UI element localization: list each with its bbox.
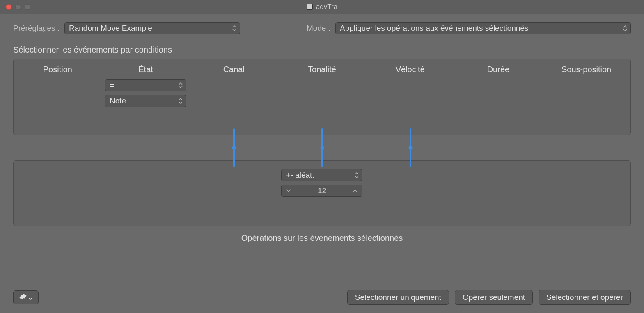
tonalite-operation-select[interactable]: +- aléat. xyxy=(281,169,362,181)
window-title: advTra xyxy=(316,3,337,11)
settings-menu-button[interactable] xyxy=(13,290,39,304)
column-header: État xyxy=(138,65,153,74)
window-zoom-button[interactable] xyxy=(25,4,30,10)
column-sousposition: Sous-position xyxy=(542,63,630,135)
mode-label: Mode : xyxy=(307,24,330,33)
gear-icon xyxy=(19,293,27,302)
etat-value-select[interactable]: Note xyxy=(105,95,186,107)
column-tonalite: Tonalité xyxy=(278,63,366,135)
connector-velocite[interactable] xyxy=(410,128,411,167)
chevron-up-icon[interactable] xyxy=(348,185,362,196)
window-titlebar: advTra xyxy=(0,0,644,14)
select-only-button[interactable]: Sélectionner uniquement xyxy=(347,290,449,305)
conditions-section-label: Sélectionner les événements par conditio… xyxy=(0,38,644,59)
column-canal: Canal xyxy=(190,63,278,135)
column-header: Durée xyxy=(487,65,509,74)
etat-operator-select[interactable]: = xyxy=(105,79,186,91)
mode-value: Appliquer les opérations aux événements … xyxy=(340,24,528,33)
conditions-panel: Position État = Note xyxy=(13,59,631,135)
operate-only-button[interactable]: Opérer seulement xyxy=(455,290,533,305)
select-and-operate-button[interactable]: Sélectionner et opérer xyxy=(539,290,631,305)
panel-connector-region xyxy=(13,135,631,160)
column-header: Vélocité xyxy=(396,65,425,74)
tonalite-value[interactable]: 12 xyxy=(296,186,348,195)
column-header: Sous-position xyxy=(561,65,611,74)
etat-value: Note xyxy=(110,96,126,105)
window-close-button[interactable] xyxy=(6,4,11,10)
column-etat: État = Note xyxy=(102,63,190,135)
column-position: Position xyxy=(14,63,102,135)
window-controls xyxy=(0,4,30,10)
column-duree: Durée xyxy=(454,63,543,135)
operation-tonalite: +- aléat. 12 xyxy=(278,169,366,226)
operations-panel: +- aléat. 12 xyxy=(13,160,631,226)
updown-icon xyxy=(232,25,236,32)
updown-icon xyxy=(355,172,359,178)
window-minimize-button[interactable] xyxy=(15,4,21,10)
tonalite-operation-value: +- aléat. xyxy=(286,171,314,180)
updown-icon xyxy=(179,82,183,89)
connector-canal[interactable] xyxy=(233,128,235,167)
chevron-down-icon[interactable] xyxy=(282,185,296,196)
mode-select[interactable]: Appliquer les opérations aux événements … xyxy=(335,22,631,34)
window-document-icon xyxy=(307,4,313,10)
chevron-down-icon xyxy=(28,293,32,302)
updown-icon xyxy=(623,25,627,32)
presets-value: Random Move Example xyxy=(69,24,152,33)
presets-select[interactable]: Random Move Example xyxy=(64,22,240,34)
column-velocite: Vélocité xyxy=(366,63,454,135)
updown-icon xyxy=(179,98,183,104)
column-header: Tonalité xyxy=(308,65,336,74)
column-header: Canal xyxy=(223,65,245,74)
connector-tonalite[interactable] xyxy=(321,128,323,167)
operations-caption: Opérations sur les événements sélectionn… xyxy=(0,233,644,243)
tonalite-value-spinner[interactable]: 12 xyxy=(281,185,362,197)
etat-operator-value: = xyxy=(110,81,114,90)
presets-label: Préréglages : xyxy=(13,24,60,33)
column-header: Position xyxy=(43,65,72,74)
